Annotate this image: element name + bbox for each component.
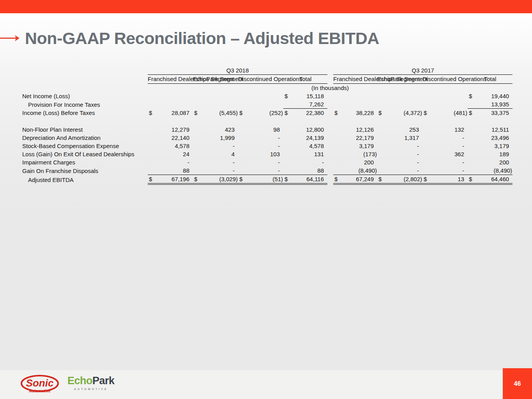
cell-value: 132 xyxy=(454,126,464,133)
dollar-sign: $ xyxy=(469,92,472,100)
value-cell: - xyxy=(422,166,468,175)
cell-value: (5,455) xyxy=(219,109,238,116)
value-cell: 12,126 xyxy=(333,125,377,134)
period-label-q3-2017: Q3 2017 xyxy=(333,66,513,75)
value-cell: $67,249 xyxy=(333,175,377,184)
value-cell: $33,375 xyxy=(468,109,513,117)
section-gap xyxy=(327,109,333,117)
period-header-row: Q3 2018 Q3 2017 xyxy=(22,66,513,75)
value-cell: 132 xyxy=(422,125,468,134)
value-cell: 362 xyxy=(422,150,468,158)
cell-value: (481) xyxy=(454,109,467,116)
table-row: Depreciation And Amortization22,1401,999… xyxy=(22,134,513,142)
corner-cell xyxy=(22,66,148,75)
cell-value: (252) xyxy=(269,109,283,116)
value-cell: (173) xyxy=(333,150,377,158)
value-cell xyxy=(333,92,377,100)
dollar-sign: $ xyxy=(149,175,152,183)
dollar-sign: $ xyxy=(149,109,152,117)
row-label: Stock-Based Compensation Expense xyxy=(22,142,148,150)
sonic-logo-text: Sonic xyxy=(26,377,54,389)
cell-value: - xyxy=(187,159,189,166)
table-row: Income (Loss) Before Taxes$28,087$(5,455… xyxy=(22,109,513,117)
table-row: Adjusted EBITDA$67,196$(3,029)$(51)$64,1… xyxy=(22,175,513,184)
cell-value: - xyxy=(278,143,280,149)
value-cell xyxy=(377,92,422,100)
value-cell: $(481) xyxy=(422,109,468,117)
cell-value: 7,262 xyxy=(309,101,324,108)
value-cell: - xyxy=(283,158,327,166)
cell-value: (173) xyxy=(363,151,377,157)
page-number-badge: 46 xyxy=(503,368,532,399)
value-cell xyxy=(333,100,377,109)
cell-value: 253 xyxy=(409,126,419,133)
cell-value: (4,372) xyxy=(404,109,422,116)
value-cell xyxy=(238,100,283,109)
value-cell: 12,279 xyxy=(148,125,193,134)
cell-value: 67,249 xyxy=(356,176,374,182)
cell-value: 1,999 xyxy=(220,134,235,141)
value-cell: - xyxy=(422,158,468,166)
section-gap xyxy=(327,150,333,158)
dollar-sign: $ xyxy=(378,175,382,183)
table-row: Gain On Franchise Disposals88--88(8,490)… xyxy=(22,166,513,175)
value-cell: 189 xyxy=(468,150,513,158)
cell-value: 12,800 xyxy=(306,126,324,133)
value-cell: 23,496 xyxy=(468,134,513,142)
cell-value: 3,179 xyxy=(495,143,509,149)
cell-value: - xyxy=(417,159,419,166)
cell-value: - xyxy=(278,159,280,166)
value-cell: 12,800 xyxy=(283,125,327,134)
cell-value: 103 xyxy=(270,151,280,157)
cell-value: - xyxy=(462,159,464,166)
value-cell: - xyxy=(377,142,422,150)
page-title: Non-GAAP Reconciliation – Adjusted EBITD… xyxy=(25,29,379,48)
value-cell: $(3,029) xyxy=(193,175,238,184)
dollar-sign: $ xyxy=(378,109,382,117)
value-cell: 253 xyxy=(377,125,422,134)
dollar-sign: $ xyxy=(285,109,288,117)
value-cell: - xyxy=(193,166,238,175)
row-label: Loss (Gain) On Exit Of Leased Dealership… xyxy=(22,150,148,158)
value-cell: $13 xyxy=(422,175,468,184)
col-header: Franchised Dealerships Segment xyxy=(148,75,193,84)
value-cell: 98 xyxy=(238,125,283,134)
cell-value: - xyxy=(462,167,464,174)
cell-value: 19,440 xyxy=(491,93,509,99)
table-row: Stock-Based Compensation Expense4,578--4… xyxy=(22,142,513,150)
value-cell: 12,511 xyxy=(468,125,513,134)
cell-value: 38,228 xyxy=(356,109,374,116)
cell-value: 98 xyxy=(273,126,280,133)
cell-value: 24 xyxy=(183,151,189,157)
dollar-sign: $ xyxy=(285,175,288,183)
value-cell: 4,578 xyxy=(283,142,327,150)
value-cell: $(2,802) xyxy=(377,175,422,184)
row-label: Adjusted EBITDA xyxy=(22,175,148,184)
table-body: Net Income (Loss)$15,118$19,440Provision… xyxy=(22,92,513,184)
value-cell: $28,087 xyxy=(148,109,193,117)
value-cell: $(51) xyxy=(238,175,283,184)
cell-value: - xyxy=(278,134,280,141)
cell-value: (51) xyxy=(272,176,283,182)
cell-value: 13 xyxy=(458,176,464,182)
col-header: EchoPark Segment xyxy=(377,75,422,84)
cell-value: 12,279 xyxy=(171,126,189,133)
value-cell xyxy=(238,92,283,100)
value-cell: $22,380 xyxy=(283,109,327,117)
section-gap xyxy=(327,175,333,184)
value-cell: - xyxy=(377,158,422,166)
value-cell: 22,140 xyxy=(148,134,193,142)
dollar-sign: $ xyxy=(469,109,472,117)
cell-value: 12,126 xyxy=(356,126,374,133)
value-cell: 131 xyxy=(283,150,327,158)
echopark-logo-text: EchoPark xyxy=(67,376,115,386)
cell-value: 1,317 xyxy=(405,134,419,141)
value-cell: 1,317 xyxy=(377,134,422,142)
cell-value: (2,802) xyxy=(404,176,422,182)
dollar-sign: $ xyxy=(239,109,242,117)
cell-value: 423 xyxy=(225,126,235,133)
dollar-sign: $ xyxy=(334,109,338,117)
cell-value: 4,578 xyxy=(175,143,189,149)
dollar-sign: $ xyxy=(194,175,197,183)
value-cell: 423 xyxy=(193,125,238,134)
